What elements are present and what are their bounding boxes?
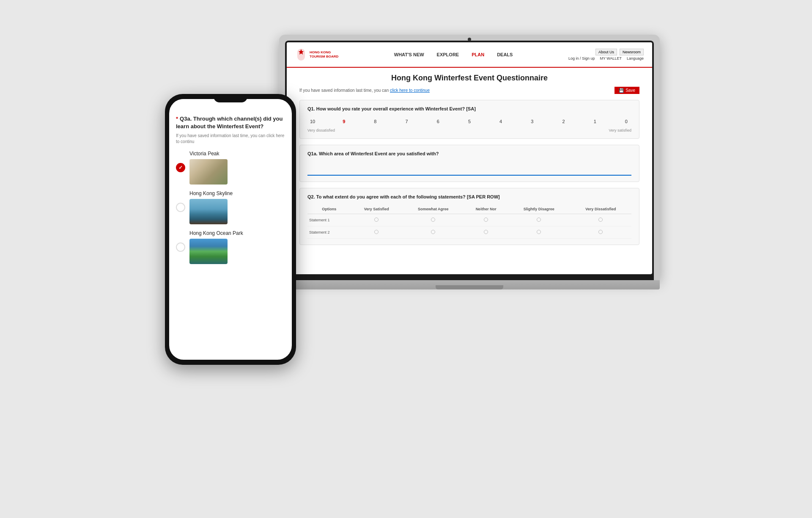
nav-links: WHAT'S NEW EXPLORE PLAN DEALS: [394, 52, 513, 57]
rating-0[interactable]: 0: [621, 119, 631, 124]
radio-s2-c3[interactable]: [464, 226, 508, 239]
nav-deals[interactable]: DEALS: [497, 52, 513, 57]
option-skyline-label: Hong Kong Skyline: [189, 190, 285, 196]
laptop-body: HONG KONG TOURISM BOARD WHAT'S NEW EXPLO…: [279, 35, 660, 280]
rating-3[interactable]: 3: [527, 119, 537, 124]
newsroom-button[interactable]: Newsroom: [620, 49, 644, 55]
rating-10[interactable]: 10: [307, 119, 318, 124]
radio-s1-c3[interactable]: [464, 214, 508, 226]
phone-option-victoria: Victoria Peak: [176, 151, 285, 185]
phone-option-skyline: Hong Kong Skyline: [176, 190, 285, 224]
question-q2: Q2. To what extent do you agree with eac…: [299, 188, 639, 245]
rating-9[interactable]: 9: [339, 119, 349, 124]
radio-skyline[interactable]: [176, 203, 185, 212]
save-bar: If you have saved information last time,…: [299, 87, 639, 94]
radio-s2-c2[interactable]: [402, 226, 464, 239]
skyline-image: [189, 199, 228, 224]
phone-option-ocean-park: Hong Kong Ocean Park: [176, 230, 285, 264]
rating-high-label: Very satisfied: [609, 128, 631, 132]
nav-plan[interactable]: PLAN: [472, 52, 484, 57]
table-row: Statement 2: [307, 226, 631, 239]
laptop: HONG KONG TOURISM BOARD WHAT'S NEW EXPLO…: [279, 35, 660, 306]
page-title: Hong Kong Winterfest Event Questionnaire: [299, 74, 639, 83]
laptop-screen: HONG KONG TOURISM BOARD WHAT'S NEW EXPLO…: [287, 42, 652, 274]
q1-label: Q1. How would you rate your overall expe…: [307, 106, 631, 111]
site-body: Hong Kong Winterfest Event Questionnaire…: [287, 68, 652, 274]
phone-screen: *Q3a. Through which channel(s) did you l…: [169, 99, 292, 360]
rating-4[interactable]: 4: [496, 119, 506, 124]
col-slightly-disagree: Slightly Disagree: [508, 204, 570, 214]
phone-content: *Q3a. Through which channel(s) did you l…: [169, 109, 292, 360]
continue-link[interactable]: click here to continue: [390, 88, 430, 93]
radio-victoria-peak[interactable]: [176, 163, 185, 172]
question-q1: Q1. How would you rate your overall expe…: [299, 100, 639, 139]
save-label: Save: [625, 88, 635, 93]
phone-question-label: *Q3a. Through which channel(s) did you l…: [176, 115, 285, 130]
hktb-logo-icon: [295, 48, 307, 61]
victoria-peak-image: [189, 159, 228, 185]
header-right: About Us Newsroom Log in / Sign up MY WA…: [568, 49, 644, 61]
about-button[interactable]: About Us: [595, 49, 617, 55]
laptop-bezel: HONG KONG TOURISM BOARD WHAT'S NEW EXPLO…: [285, 41, 654, 280]
logo-line2: TOURISM BOARD: [310, 55, 338, 59]
rating-2[interactable]: 2: [559, 119, 569, 124]
row-statement1: Statement 1: [307, 214, 351, 226]
rating-6[interactable]: 6: [433, 119, 443, 124]
save-bar-prefix: If you have saved information last time,…: [299, 88, 389, 93]
save-bar-text: If you have saved information last time,…: [299, 88, 430, 93]
option-victoria-label: Victoria Peak: [189, 151, 285, 157]
col-options: Options: [307, 204, 351, 214]
header-bottom-right: Log in / Sign up MY WALLET Language: [568, 56, 644, 61]
required-asterisk: *: [176, 116, 178, 122]
q1a-input[interactable]: [307, 165, 631, 176]
nav-whats-new[interactable]: WHAT'S NEW: [394, 52, 424, 57]
radio-s1-c1[interactable]: [351, 214, 403, 226]
nav-explore[interactable]: EXPLORE: [437, 52, 459, 57]
rating-1[interactable]: 1: [590, 119, 600, 124]
rating-low-label: Very dissatisfied: [307, 128, 335, 132]
laptop-base: [279, 280, 660, 289]
option-ocean-content: Hong Kong Ocean Park: [189, 230, 285, 264]
rating-7[interactable]: 7: [402, 119, 412, 124]
option-victoria-content: Victoria Peak: [189, 151, 285, 185]
phone-question-sub: If you have saved information last time,…: [176, 133, 285, 145]
radio-s2-c1[interactable]: [351, 226, 403, 239]
sa-table: Options Very Satisfied Somewhat Agree Ne…: [307, 204, 631, 239]
logo-area: HONG KONG TOURISM BOARD: [295, 48, 338, 61]
wallet-link[interactable]: MY WALLET: [600, 56, 622, 61]
ocean-park-image: [189, 239, 228, 264]
phone: *Q3a. Through which channel(s) did you l…: [165, 94, 296, 365]
rating-5[interactable]: 5: [464, 119, 475, 124]
rating-row: 10 9 8 7 6 5 4 3 2 1 0: [307, 116, 631, 127]
phone-shell: *Q3a. Through which channel(s) did you l…: [165, 94, 296, 365]
phone-question: *Q3a. Through which channel(s) did you l…: [176, 115, 285, 145]
save-button[interactable]: 💾 Save: [614, 87, 639, 94]
radio-s1-c5[interactable]: [570, 214, 631, 226]
q2-label: Q2. To what extent do you agree with eac…: [307, 194, 631, 199]
rating-8[interactable]: 8: [370, 119, 380, 124]
option-skyline-content: Hong Kong Skyline: [189, 190, 285, 224]
save-icon: 💾: [619, 88, 624, 93]
site-header: HONG KONG TOURISM BOARD WHAT'S NEW EXPLO…: [287, 42, 652, 68]
radio-s1-c2[interactable]: [402, 214, 464, 226]
radio-ocean-park[interactable]: [176, 242, 185, 252]
radio-s1-c4[interactable]: [508, 214, 570, 226]
table-row: Statement 1: [307, 214, 631, 226]
option-ocean-label: Hong Kong Ocean Park: [189, 230, 285, 236]
col-very-dissatisfied: Very Dissatisfied: [570, 204, 631, 214]
rating-labels: Very dissatisfied Very satisfied: [307, 128, 631, 132]
q1a-label: Q1a. Which area of Winterfest Event are …: [307, 151, 631, 156]
logo-line1: HONG KONG: [310, 50, 338, 55]
radio-s2-c4[interactable]: [508, 226, 570, 239]
col-neither-nor: Neither Nor: [464, 204, 508, 214]
radio-s2-c5[interactable]: [570, 226, 631, 239]
login-link[interactable]: Log in / Sign up: [568, 56, 595, 61]
header-top-right: About Us Newsroom: [595, 49, 644, 55]
language-link[interactable]: Language: [627, 56, 644, 61]
laptop-camera: [468, 38, 471, 41]
phone-q-text: Q3a. Through which channel(s) did you le…: [176, 116, 283, 130]
question-q1a: Q1a. Which area of Winterfest Event are …: [299, 145, 639, 182]
scene: HONG KONG TOURISM BOARD WHAT'S NEW EXPLO…: [152, 26, 660, 492]
phone-notch: [214, 94, 247, 102]
logo-text: HONG KONG TOURISM BOARD: [310, 50, 338, 58]
